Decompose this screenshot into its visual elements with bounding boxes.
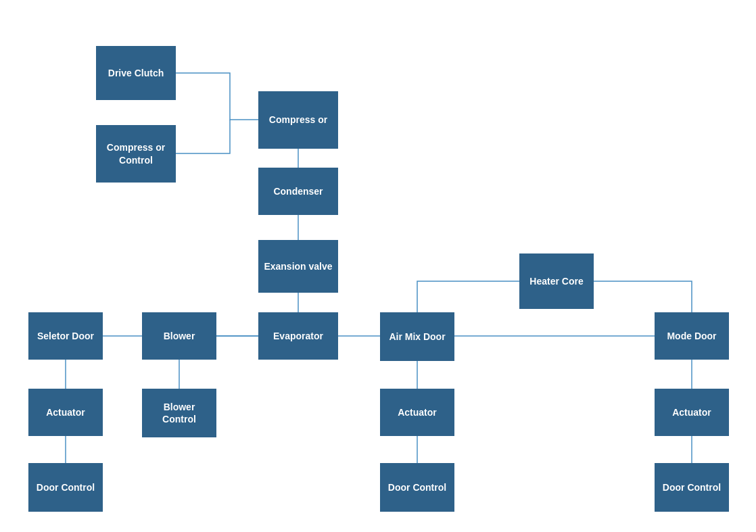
blower-node[interactable]: Blower <box>142 312 216 360</box>
actuator-left-node[interactable]: Actuator <box>28 389 103 436</box>
compressor-node[interactable]: Compress or <box>258 91 338 149</box>
diagram-container: Drive Clutch Compress or Control Compres… <box>0 0 756 532</box>
selector-door-node[interactable]: Seletor Door <box>28 312 103 360</box>
door-control-mid-node[interactable]: Door Control <box>380 463 454 512</box>
mode-door-node[interactable]: Mode Door <box>655 312 729 360</box>
condenser-node[interactable]: Condenser <box>258 168 338 215</box>
drive-clutch-node[interactable]: Drive Clutch <box>96 46 176 100</box>
actuator-right-node[interactable]: Actuator <box>655 389 729 436</box>
evaporator-node[interactable]: Evaporator <box>258 312 338 360</box>
heater-core-node[interactable]: Heater Core <box>519 253 594 309</box>
compressor-control-node[interactable]: Compress or Control <box>96 125 176 183</box>
air-mix-door-node[interactable]: Air Mix Door <box>380 312 454 361</box>
expansion-valve-node[interactable]: Exansion valve <box>258 240 338 293</box>
actuator-mid-node[interactable]: Actuator <box>380 389 454 436</box>
blower-control-node[interactable]: Blower Control <box>142 389 216 437</box>
door-control-right-node[interactable]: Door Control <box>655 463 729 512</box>
door-control-left-node[interactable]: Door Control <box>28 463 103 512</box>
